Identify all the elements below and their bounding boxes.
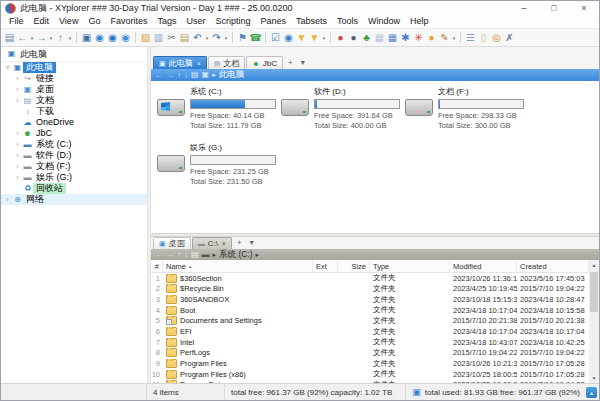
expander-icon[interactable]: › [13,174,22,181]
new-folder-icon[interactable]: ▧ [139,30,152,45]
dropdown-arrow-icon[interactable]: ▾ [223,35,229,41]
tree-item-OneDrive[interactable]: ☁OneDrive [1,117,147,128]
tree-item-回收站[interactable]: ♻回收站 [1,183,147,194]
drive-item-娱乐 (G:)[interactable]: 娱乐 (G:)Free Space: 231.25 GBTotal Size: … [157,143,281,199]
filter-menu-icon[interactable]: ▼ [308,30,321,45]
menu-tabsets[interactable]: Tabsets [291,15,332,28]
tab-close-icon[interactable]: × [197,60,201,67]
scrollbar-track[interactable] [589,270,599,373]
color-balls-icon[interactable]: ● [425,30,438,45]
nav-down-icon[interactable]: ↓ [184,250,188,259]
tree-item-文档[interactable]: ›▤文档 [1,95,147,106]
minimize-button[interactable]: – [509,1,539,15]
nav-back-icon[interactable]: ← [155,71,163,80]
file-row-$360Section[interactable]: 1$360Section文件夹2023/10/26 11:36:132023/5… [151,273,589,284]
nav-forward-icon[interactable]: → [166,250,174,259]
tree-item-系统 (C:)[interactable]: ›▬系统 (C:) [1,139,147,150]
tab-此电脑[interactable]: ▣此电脑× [153,56,207,69]
tab-list-button[interactable]: ▾ [246,237,258,249]
vertical-scrollbar[interactable]: ▲ ▼ [589,260,599,383]
forward-icon[interactable]: → [35,30,48,45]
file-row-EFI[interactable]: 6EFI文件夹2023/4/18 10:17:042023/4/18 10:17… [151,326,589,337]
tree-view-icon[interactable]: ♣ [360,30,373,45]
file-row-Program Files[interactable]: 9Program Files文件夹2023/10/26 10:21:352015… [151,358,589,369]
checkbox-icon[interactable]: ☑ [269,30,282,45]
expander-icon[interactable]: ˅ [3,64,12,71]
cut-icon[interactable]: ✂ [165,30,178,45]
file-row-Boot[interactable]: 4Boot文件夹2023/4/18 10:17:042023/4/18 10:1… [151,305,589,316]
file-name-cell[interactable]: Boot [163,306,313,315]
scrollbar-thumb[interactable] [590,272,598,312]
expander-icon[interactable]: › [3,196,12,203]
tree-item-软件 (D:)[interactable]: ›▬软件 (D:) [1,150,147,161]
menu-favorites[interactable]: Favorites [105,15,152,28]
file-name-cell[interactable]: $Recycle.Bin [163,284,313,293]
menu-file[interactable]: File [4,15,29,28]
undo-icon[interactable]: ↶ [191,30,204,45]
menu-window[interactable]: Window [363,15,405,28]
tools-icon[interactable]: ✗ [503,30,516,45]
split-horizontal-icon[interactable]: ☰ [464,30,477,45]
nav-up-icon[interactable]: ↑ [177,250,181,259]
expander-icon[interactable]: › [13,163,22,170]
wheel-icon[interactable]: ✳ [412,30,425,45]
drive-item-文档 (F:)[interactable]: 文档 (F:)Free Space: 298.33 GBTotal Size: … [405,87,529,143]
menu-panes[interactable]: Panes [255,15,291,28]
column-ext[interactable]: Ext [313,260,338,272]
back-icon[interactable]: ← [16,30,29,45]
file-name-cell[interactable]: Documents and Settings [163,316,313,325]
scroll-down-icon[interactable]: ▼ [589,373,599,383]
column-number[interactable]: # [151,260,163,272]
tree-item-链接[interactable]: ›↪链接 [1,73,147,84]
column-modified[interactable]: Modified [450,260,517,272]
crumb-menu-icon[interactable]: ▤ [191,251,199,259]
file-name-cell[interactable]: EFI [163,327,313,336]
file-name-cell[interactable]: ProgramData [163,380,313,383]
new-tab-button[interactable]: + [284,57,297,69]
tab-桌面[interactable]: ▣桌面 [153,237,191,249]
computer-icon[interactable]: ▣ [80,30,93,45]
target-icon[interactable]: ◎ [490,30,503,45]
copy-icon[interactable]: ▥ [152,30,165,45]
redo-icon[interactable]: ↷ [210,30,223,45]
menu-edit[interactable]: Edit [29,15,55,28]
drive-item-软件 (D:)[interactable]: 软件 (D:)Free Space: 391.64 GBTotal Size: … [281,87,405,143]
menu-user[interactable]: User [181,15,210,28]
expander-icon[interactable]: › [13,75,22,82]
expander-icon[interactable]: › [13,130,22,137]
expander-icon[interactable]: › [13,141,22,148]
find-files-icon[interactable]: ◉ [282,30,295,45]
file-row-Documents and Settings[interactable]: 5Documents and Settings文件夹2015/7/10 20:2… [151,316,589,327]
brush-icon[interactable]: ✎ [438,30,451,45]
paste-icon[interactable]: ▤ [178,30,191,45]
drive-item-系统 (C:)[interactable]: 系统 (C:)Free Space: 40.14 GBTotal Size: 1… [157,87,281,143]
breadcrumb-path[interactable]: 此电脑 [219,69,245,81]
dropdown-arrow-icon[interactable]: ▾ [67,35,73,41]
menu-tools[interactable]: Tools [332,15,363,28]
column-created[interactable]: Created [517,260,589,272]
file-row-Program Files (x86)[interactable]: 10Program Files (x86)文件夹2023/10/25 18:00… [151,369,589,380]
expander-icon[interactable]: › [13,86,22,93]
tab-C:\[interactable]: ▬C:\× [192,237,232,249]
breadcrumb-path[interactable]: 系统 (C:) [219,249,253,261]
tab-close-icon[interactable]: × [222,240,226,247]
column-size[interactable]: Size [338,260,370,272]
gear-icon[interactable]: ✱ [399,30,412,45]
panel-icon[interactable]: ▯ [477,30,490,45]
tree-item-娱乐 (G:)[interactable]: ›▬娱乐 (G:) [1,172,147,183]
crumb-menu-icon[interactable]: ▤ [191,71,199,79]
expander-icon[interactable]: › [13,97,22,104]
scroll-up-icon[interactable]: ▲ [589,260,599,270]
file-row-PerfLogs[interactable]: 8PerfLogs文件夹2015/7/10 19:04:222015/7/10 … [151,348,589,359]
new-tab-button[interactable]: + [233,237,246,249]
search-globe-icon[interactable]: ◉ [106,30,119,45]
nav-up-icon[interactable]: ↑ [177,71,181,80]
dropdown-arrow-icon[interactable]: ▾ [321,35,327,41]
menu-scripting[interactable]: Scripting [210,15,255,28]
tree-item-文档 (F:)[interactable]: ›▬文档 (F:) [1,161,147,172]
tiles-icon[interactable]: ▦ [373,30,386,45]
menu-help[interactable]: Help [405,15,434,28]
phone-icon[interactable]: ☎ [249,30,262,45]
tag-icon[interactable]: ● [334,30,347,45]
tree-item-下载[interactable]: ↓下载 [1,106,147,117]
